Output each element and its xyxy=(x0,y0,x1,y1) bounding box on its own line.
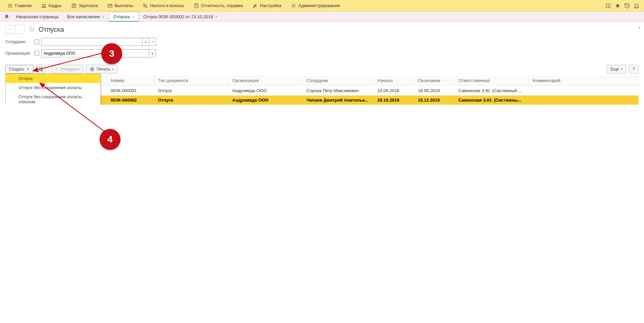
org-filter-input[interactable] xyxy=(41,49,149,57)
svg-point-11 xyxy=(146,6,147,7)
svg-line-27 xyxy=(627,6,628,6)
cell-end: 16.09.2018 xyxy=(414,86,454,95)
menu-admin-label: Администрирование xyxy=(298,3,340,8)
cell-start: 15.09.2018 xyxy=(373,86,414,95)
svg-point-10 xyxy=(143,4,145,5)
employee-filter-checkbox[interactable] xyxy=(34,39,39,44)
org-filter-checkbox[interactable] xyxy=(34,51,39,56)
cell-number: 003К-000001 xyxy=(107,86,154,95)
toolbar: Создать ▼ ✓ Утвердить Печать ▾ Еще ▾ ? О… xyxy=(0,63,644,76)
menu-nastroika-label: Настройка xyxy=(260,3,281,8)
help-button[interactable]: ? xyxy=(629,65,639,74)
cell-end: 15.12.2018 xyxy=(414,95,454,105)
dropdown-item-otpusk-bez[interactable]: Отпуск без сохранения оплаты xyxy=(6,83,100,92)
filter-panel: Сотрудник: ▾ ↗ Организация: ▾ xyxy=(0,36,644,63)
cell-resp: Савинская З.Ю. (Системны... xyxy=(454,95,529,105)
svg-line-12 xyxy=(144,4,147,7)
dropdown-icon[interactable]: ▾ xyxy=(142,38,149,46)
favorite-icon[interactable] xyxy=(613,1,622,10)
dropdown-item-otpusk-bez-list[interactable]: Отпуск без сохранения оплаты списком xyxy=(6,92,100,105)
tabs-bar: Начальная страница Все начисления × Отпу… xyxy=(0,11,644,22)
cell-type: Отпуск xyxy=(154,86,228,95)
find-button[interactable] xyxy=(36,65,46,74)
menu-main[interactable]: Главное xyxy=(3,0,36,11)
menu-admin[interactable]: Администрирование xyxy=(286,0,345,11)
menu-otchet-label: Отчетность, справки xyxy=(201,3,243,8)
tab-otpusk-doc-label: Отпуск 003К-000002 от 23.10.2018 xyxy=(143,14,213,19)
svg-point-20 xyxy=(606,5,607,6)
history-icon[interactable] xyxy=(622,1,632,10)
bell-icon[interactable] xyxy=(632,1,641,10)
apps-icon[interactable] xyxy=(603,1,613,10)
chevron-down-icon: ▾ xyxy=(112,68,114,71)
col-comment[interactable]: Комментарий xyxy=(529,76,639,86)
col-resp[interactable]: Ответственный xyxy=(454,76,529,86)
svg-point-18 xyxy=(608,3,609,4)
create-button-label: Создать xyxy=(9,67,25,72)
tab-otpuska-label: Отпуска xyxy=(113,14,130,19)
print-button[interactable]: Печать ▾ xyxy=(86,65,117,74)
menu-otchet[interactable]: Отчетность, справки xyxy=(189,0,248,11)
home-tab-icon[interactable] xyxy=(2,11,11,21)
tab-otpuska[interactable]: Отпуска × xyxy=(109,12,139,22)
tab-home[interactable]: Начальная страница xyxy=(11,11,63,21)
create-dropdown: Отпуск Отпуск без сохранения оплаты Отпу… xyxy=(5,74,101,105)
dropdown-item-otpusk[interactable]: Отпуск xyxy=(6,74,100,83)
close-icon[interactable]: × xyxy=(215,14,218,19)
menu-nastroika[interactable]: Настройка xyxy=(248,0,286,11)
check-icon: ✓ xyxy=(55,67,58,72)
employee-filter-input[interactable] xyxy=(41,38,142,46)
menu-kadry[interactable]: Кадры xyxy=(36,0,66,11)
col-type[interactable]: Тип документа xyxy=(154,76,228,86)
cell-resp: Савинская З.Ю. (Системный ... xyxy=(454,86,529,95)
nav-buttons: ← → xyxy=(5,25,25,34)
close-icon[interactable]: × xyxy=(102,14,105,19)
tab-otpusk-doc[interactable]: Отпуск 003К-000002 от 23.10.2018 × xyxy=(139,11,222,21)
approve-button-label: Утвердить xyxy=(60,67,80,72)
forward-button[interactable]: → xyxy=(15,25,25,33)
report-icon xyxy=(194,3,199,8)
svg-rect-8 xyxy=(108,4,112,7)
menu-nalogi[interactable]: Налоги и взносы xyxy=(138,0,189,11)
more-button[interactable]: Еще ▾ xyxy=(607,65,626,74)
list-icon xyxy=(71,3,77,8)
gear-icon xyxy=(291,3,296,8)
cell-emp: Чапаев Дмитрий Анатолье... xyxy=(302,95,373,105)
svg-point-24 xyxy=(608,7,609,8)
col-end[interactable]: Окончание xyxy=(414,76,454,86)
menu-zarplata[interactable]: Зарплата xyxy=(66,0,103,11)
org-filter-label: Организация: xyxy=(5,51,32,56)
tab-home-label: Начальная страница xyxy=(16,14,58,19)
back-button[interactable]: ← xyxy=(6,25,15,33)
approve-button[interactable]: ✓ Утвердить xyxy=(51,65,84,74)
svg-point-22 xyxy=(610,5,611,6)
svg-point-19 xyxy=(610,3,611,4)
main-menu-bar: Главное Кадры Зарплата Выплаты Налоги и … xyxy=(0,0,644,11)
menu-kadry-label: Кадры xyxy=(49,3,62,8)
wrench-icon xyxy=(252,3,258,8)
cell-comment xyxy=(529,86,639,95)
svg-point-25 xyxy=(610,7,611,8)
percent-icon xyxy=(142,3,148,8)
create-button[interactable]: Создать ▼ xyxy=(5,65,33,74)
page-header: ← → Отпуска × xyxy=(0,22,644,36)
dropdown-icon[interactable]: ▾ xyxy=(149,49,156,57)
col-start[interactable]: Начало xyxy=(373,76,414,86)
col-emp[interactable]: Сотрудник xyxy=(302,76,373,86)
menu-vyplaty[interactable]: Выплаты xyxy=(103,0,138,11)
open-icon[interactable]: ↗ xyxy=(149,38,156,46)
svg-point-21 xyxy=(608,5,609,6)
cell-number: 003К-000002 xyxy=(107,95,154,105)
page-title: Отпуска xyxy=(38,26,64,33)
close-icon[interactable]: × xyxy=(132,14,135,19)
tab-all-accruals[interactable]: Все начисления × xyxy=(63,11,109,21)
people-icon xyxy=(41,3,47,8)
favorite-toggle[interactable] xyxy=(28,26,35,33)
cell-comment xyxy=(529,95,639,105)
help-button-label: ? xyxy=(633,67,635,72)
svg-point-4 xyxy=(44,4,45,5)
col-org[interactable]: Организация xyxy=(228,76,302,86)
close-page-button[interactable]: × xyxy=(638,25,641,30)
col-number[interactable]: Номер xyxy=(107,76,154,86)
menu-nalogi-label: Налоги и взносы xyxy=(150,3,184,8)
